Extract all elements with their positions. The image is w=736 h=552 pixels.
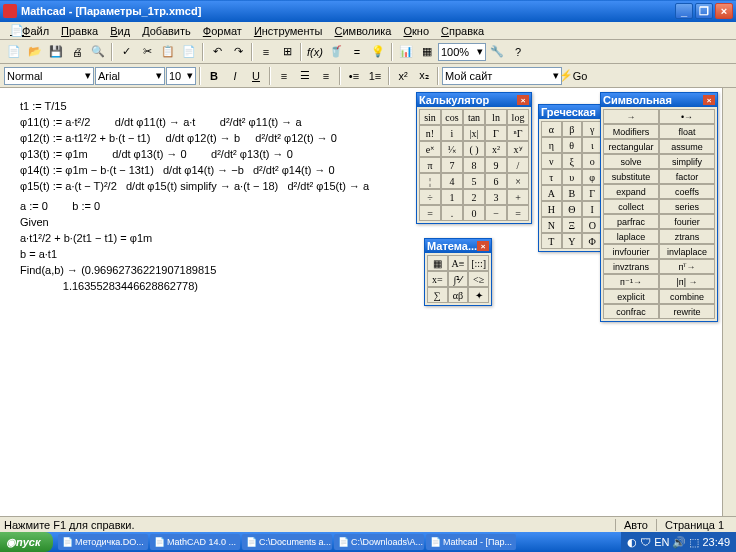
document-area[interactable]: t1 := T/15φ11(t) := a·t²/2 d/dt φ11(t) →… bbox=[0, 88, 420, 516]
greek-button[interactable]: ξ bbox=[562, 153, 583, 169]
tray-icon[interactable]: 🛡 bbox=[640, 536, 651, 548]
menu-insert[interactable]: Добавить bbox=[136, 23, 197, 39]
greek-button[interactable]: B bbox=[562, 185, 583, 201]
calc-button[interactable]: ln bbox=[485, 109, 507, 125]
tray-icon[interactable]: ◐ bbox=[627, 536, 637, 549]
font-combo[interactable]: Arial▾ bbox=[95, 67, 165, 85]
calc-button[interactable]: |x| bbox=[463, 125, 485, 141]
unit-icon[interactable]: 🥤 bbox=[326, 42, 346, 62]
sym-button[interactable]: combine bbox=[659, 289, 715, 304]
calc-button[interactable]: n! bbox=[419, 125, 441, 141]
calc-button[interactable]: x² bbox=[485, 141, 507, 157]
calc-button[interactable]: 1 bbox=[441, 189, 463, 205]
equation-line[interactable]: φ11(t) := a·t²/2 d/dt φ11(t) → a·t d²/dt… bbox=[20, 116, 400, 128]
sym-button[interactable]: confrac bbox=[603, 304, 659, 319]
sym-button[interactable]: rectangular bbox=[603, 139, 659, 154]
greek-button[interactable]: ν bbox=[541, 153, 562, 169]
sym-button[interactable]: laplace bbox=[603, 229, 659, 244]
calc-button[interactable]: log bbox=[507, 109, 529, 125]
calc-button[interactable]: 4 bbox=[441, 173, 463, 189]
equation-line[interactable]: Find(a,b) → (0.96962736221907189815 bbox=[20, 264, 400, 276]
menu-format[interactable]: Формат bbox=[197, 23, 248, 39]
greek-button[interactable]: N bbox=[541, 217, 562, 233]
calc-button[interactable]: 6 bbox=[485, 173, 507, 189]
undo-icon[interactable]: ↶ bbox=[207, 42, 227, 62]
math-btn[interactable]: x= bbox=[427, 271, 448, 287]
taskbar-task[interactable]: 📄 Mathcad - [Пар... bbox=[426, 534, 516, 550]
taskbar-task[interactable]: 📄 C:\Downloads\A... bbox=[334, 534, 424, 550]
greek-button[interactable]: Ξ bbox=[562, 217, 583, 233]
sym-button[interactable]: explicit bbox=[603, 289, 659, 304]
sym-close-icon[interactable]: × bbox=[703, 95, 715, 105]
menu-view[interactable]: Вид bbox=[104, 23, 136, 39]
go-button[interactable]: ⚡Go bbox=[563, 66, 583, 86]
math-close-icon[interactable]: × bbox=[477, 241, 489, 251]
greek-button[interactable]: θ bbox=[562, 137, 583, 153]
calc-button[interactable]: 5 bbox=[463, 173, 485, 189]
calc-button[interactable]: ( ) bbox=[463, 141, 485, 157]
calc-button[interactable]: = bbox=[507, 205, 529, 221]
equals-icon[interactable]: = bbox=[347, 42, 367, 62]
math-btn[interactable]: <≥ bbox=[468, 271, 489, 287]
right-icon[interactable]: ≡ bbox=[316, 66, 336, 86]
maximize-button[interactable]: ❐ bbox=[695, 3, 713, 19]
table-icon[interactable]: ▦ bbox=[417, 42, 437, 62]
sym-button[interactable]: → bbox=[603, 109, 659, 124]
greek-button[interactable]: β bbox=[562, 121, 583, 137]
greek-button[interactable]: τ bbox=[541, 169, 562, 185]
taskbar-task[interactable]: 📄 MathCAD 14.0 ... bbox=[150, 534, 240, 550]
calc-button[interactable]: 0 bbox=[463, 205, 485, 221]
greek-button[interactable]: υ bbox=[562, 169, 583, 185]
copy-icon[interactable]: 📋 bbox=[158, 42, 178, 62]
bullets-icon[interactable]: •≡ bbox=[344, 66, 364, 86]
save-icon[interactable]: 💾 bbox=[46, 42, 66, 62]
fx-icon[interactable]: f(x) bbox=[305, 42, 325, 62]
system-tray[interactable]: ◐ 🛡 EN 🔊 ⬚ 23:49 bbox=[621, 532, 736, 552]
math-palette[interactable]: Матема...× ▦ A≡ [:::] x= ∫⅟ <≥ ∑ αβ ✦ bbox=[424, 238, 492, 306]
calc-button[interactable]: 7 bbox=[441, 157, 463, 173]
greek-button[interactable]: T bbox=[541, 233, 562, 249]
equation-line[interactable]: a := 0 b := 0 bbox=[20, 200, 400, 212]
calc-button[interactable]: 8 bbox=[463, 157, 485, 173]
align2-icon[interactable]: ⊞ bbox=[277, 42, 297, 62]
calc-close-icon[interactable]: × bbox=[517, 95, 529, 105]
left-icon[interactable]: ≡ bbox=[274, 66, 294, 86]
greek-button[interactable]: Θ bbox=[562, 201, 583, 217]
paste-icon[interactable]: 📄 bbox=[179, 42, 199, 62]
calc-button[interactable]: ¹⁄ₓ bbox=[441, 141, 463, 157]
graph-icon[interactable]: 📊 bbox=[396, 42, 416, 62]
sup-icon[interactable]: x² bbox=[393, 66, 413, 86]
calc-button[interactable]: cos bbox=[441, 109, 463, 125]
math-btn[interactable]: ∑ bbox=[427, 287, 448, 303]
equation-line[interactable]: 1.16355283446628862778) bbox=[20, 280, 400, 292]
sym-button[interactable]: п⁻¹→ bbox=[603, 274, 659, 289]
greek-button[interactable]: η bbox=[541, 137, 562, 153]
tray-icon[interactable]: ⬚ bbox=[689, 536, 699, 549]
minimize-button[interactable]: _ bbox=[675, 3, 693, 19]
sym-button[interactable]: parfrac bbox=[603, 214, 659, 229]
math-btn[interactable]: [:::] bbox=[468, 255, 489, 271]
vertical-scrollbar[interactable] bbox=[722, 88, 736, 516]
calc-button[interactable]: 9 bbox=[485, 157, 507, 173]
greek-button[interactable]: Y bbox=[562, 233, 583, 249]
calc-button[interactable]: i bbox=[441, 125, 463, 141]
calc-button[interactable]: sin bbox=[419, 109, 441, 125]
bold-icon[interactable]: B bbox=[204, 66, 224, 86]
sym-button[interactable]: solve bbox=[603, 154, 659, 169]
equation-line[interactable]: a·t1²/2 + b·(2t1 − t1) = φ1m bbox=[20, 232, 400, 244]
equation-line[interactable]: φ15(t) := a·(t − T)²/2 d/dt φ15(t) simpl… bbox=[20, 180, 400, 192]
print-icon[interactable]: 🖨 bbox=[67, 42, 87, 62]
cut-icon[interactable]: ✂ bbox=[137, 42, 157, 62]
sym-button[interactable]: factor bbox=[659, 169, 715, 184]
underline-icon[interactable]: U bbox=[246, 66, 266, 86]
sym-button[interactable]: ztrans bbox=[659, 229, 715, 244]
start-button[interactable]: ◉ пуск bbox=[0, 532, 53, 552]
tray-icon[interactable]: 🔊 bbox=[672, 536, 686, 549]
calc-button[interactable]: ÷ bbox=[419, 189, 441, 205]
equation-line[interactable]: φ14(t) := φ1m − b·(t − 13t1) d/dt φ14(t)… bbox=[20, 164, 400, 176]
center-icon[interactable]: ☰ bbox=[295, 66, 315, 86]
calc-button[interactable]: 3 bbox=[485, 189, 507, 205]
sym-button[interactable]: expand bbox=[603, 184, 659, 199]
calc-button[interactable]: tan bbox=[463, 109, 485, 125]
calc-button[interactable]: 2 bbox=[463, 189, 485, 205]
